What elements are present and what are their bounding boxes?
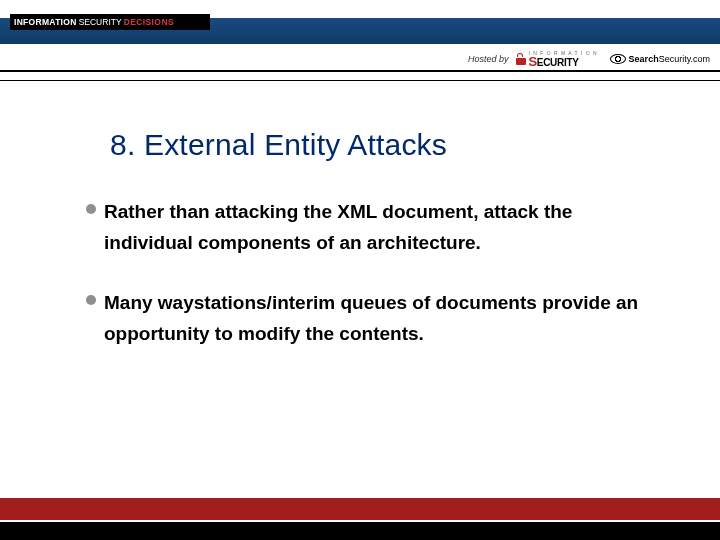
- footer-bar-black: [0, 522, 720, 540]
- bullet-list: Rather than attacking the XML document, …: [86, 196, 646, 377]
- hosted-by-label: Hosted by: [468, 54, 509, 64]
- hosted-by-strip: Hosted by I N F O R M A T I O N SECURITY…: [0, 48, 720, 72]
- list-item: Rather than attacking the XML document, …: [86, 196, 646, 259]
- footer-bar-red: [0, 498, 720, 520]
- brand-searchsecurity: SearchSecurity.com: [610, 54, 710, 64]
- brand-information-security: I N F O R M A T I O N SECURITY: [516, 50, 597, 69]
- banner-word-2: SECURITY: [79, 17, 122, 27]
- bullet-icon: [86, 204, 96, 214]
- slide-title: 8. External Entity Attacks: [110, 128, 447, 162]
- banner-word-3: DECISIONS: [124, 17, 174, 27]
- banner-word-1: INFORMATION: [14, 17, 77, 27]
- lock-icon: [516, 53, 526, 65]
- bullet-text: Many waystations/interim queues of docum…: [104, 287, 646, 350]
- list-item: Many waystations/interim queues of docum…: [86, 287, 646, 350]
- slide: INFORMATION SECURITY DECISIONS Hosted by…: [0, 0, 720, 540]
- brand-sec-text: SECURITY: [528, 54, 597, 69]
- brand-ss-text: SearchSecurity.com: [629, 54, 710, 64]
- bullet-text: Rather than attacking the XML document, …: [104, 196, 646, 259]
- banner-badge: INFORMATION SECURITY DECISIONS: [10, 14, 210, 30]
- bullet-icon: [86, 295, 96, 305]
- eye-icon: [610, 54, 626, 64]
- divider: [0, 80, 720, 81]
